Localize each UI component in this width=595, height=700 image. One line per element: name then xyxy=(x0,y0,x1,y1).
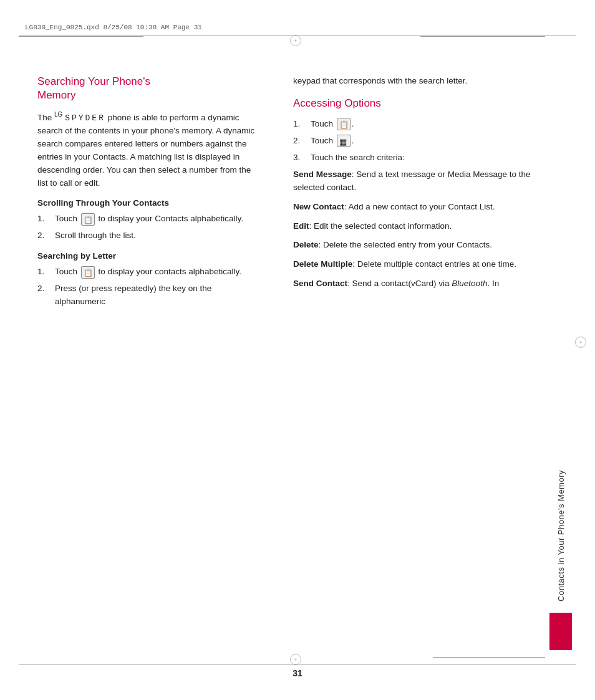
brand-prefix: LG xyxy=(54,111,62,118)
header-text: LG830_Eng_0825.qxd 8/25/08 10:38 AM Page… xyxy=(25,24,202,31)
page-number: 31 xyxy=(293,668,302,678)
accessing-heading: Accessing Options xyxy=(293,97,558,110)
contacts-icon-1 xyxy=(81,213,95,226)
def-send-contact: Send Contact: Send a contact(vCard) via … xyxy=(293,277,558,290)
top-rule-left xyxy=(19,36,143,37)
top-rule-right xyxy=(420,36,545,37)
access-item-1: 1. Touch . xyxy=(293,118,558,131)
sidebar: Contacts in Your Phone's Memory xyxy=(545,44,576,656)
sidebar-accent xyxy=(549,613,572,650)
def-send-message: Send Message: Send a text message or Med… xyxy=(293,168,558,194)
header-bar: LG830_Eng_0825.qxd 8/25/08 10:38 AM Page… xyxy=(19,19,576,36)
footer-bar: 31 xyxy=(19,664,576,681)
contacts-icon-3 xyxy=(337,118,351,130)
intro-paragraph: The LG SPYDER phone is able to perform a… xyxy=(37,110,262,189)
def-edit: Edit: Edit the selected contact informat… xyxy=(293,220,558,233)
bottom-rule xyxy=(433,657,545,658)
def-delete: Delete: Delete the selected entry from y… xyxy=(293,239,558,252)
right-column: keypad that corresponds with the search … xyxy=(281,44,558,656)
access-item-2: 2. Touch . xyxy=(293,135,558,148)
search-item-1: 1. Touch to display your contacts alphab… xyxy=(37,266,262,279)
access-item-3: 3. Touch the search criteria: xyxy=(293,151,558,165)
def-new-contact: New Contact: Add a new contact to your C… xyxy=(293,201,558,214)
continued-text: keypad that corresponds with the search … xyxy=(293,75,558,88)
content-area: Searching Your Phone'sMemory The LG SPYD… xyxy=(37,44,558,656)
scrolling-heading: Scrolling Through Your Contacts xyxy=(37,198,262,208)
brand-name: SPYDER xyxy=(65,113,105,123)
scroll-item-1: 1. Touch to display your Contacts alphab… xyxy=(37,213,262,226)
main-heading: Searching Your Phone'sMemory xyxy=(37,75,262,102)
menu-icon-1 xyxy=(337,135,351,147)
def-delete-multiple: Delete Multiple: Delete multiple contact… xyxy=(293,258,558,271)
sidebar-container: Contacts in Your Phone's Memory xyxy=(549,44,572,656)
searching-heading: Searching by Letter xyxy=(37,251,262,261)
contacts-icon-2 xyxy=(81,266,95,279)
scroll-item-2: 2. Scroll through the list. xyxy=(37,229,262,242)
search-item-2: 2. Press (or press repeatedly) the key o… xyxy=(37,282,262,309)
left-column: Searching Your Phone'sMemory The LG SPYD… xyxy=(37,44,281,656)
sidebar-label: Contacts in Your Phone's Memory xyxy=(556,470,566,602)
registration-mark-right xyxy=(575,337,586,348)
